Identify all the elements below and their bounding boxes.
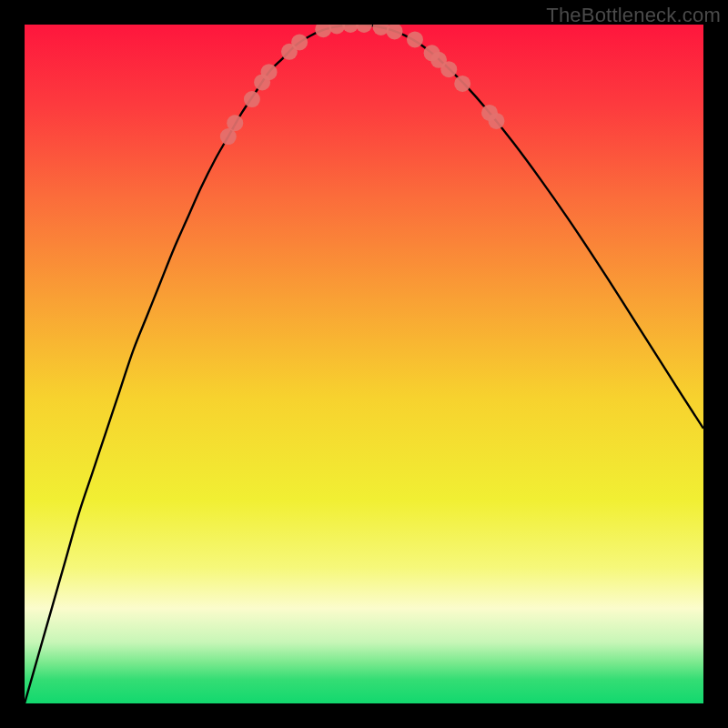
highlight-dot	[227, 115, 243, 131]
highlight-dot	[244, 91, 260, 107]
plot-area	[25, 25, 703, 703]
outer-frame: TheBottleneck.com	[0, 0, 728, 728]
highlight-dot	[291, 34, 308, 50]
highlight-dot	[407, 31, 423, 47]
gradient-background	[25, 25, 703, 703]
bottleneck-chart	[25, 25, 703, 703]
highlight-dot	[454, 76, 470, 92]
highlight-dot	[440, 61, 457, 77]
highlight-dot	[261, 64, 278, 80]
highlight-dot	[488, 113, 504, 129]
